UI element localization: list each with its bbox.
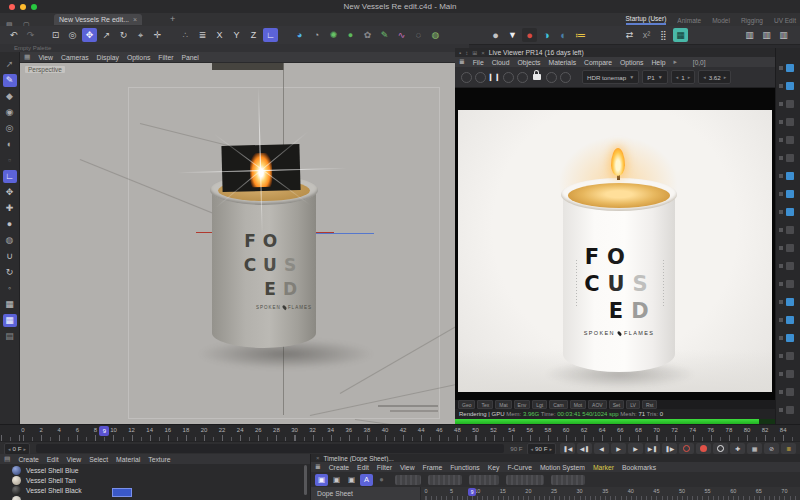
decrement-icon[interactable]: ◂: [531, 446, 534, 452]
maximize-window-button[interactable]: [31, 4, 37, 10]
redo-icon[interactable]: ↷: [23, 28, 38, 42]
arrow-tool-icon[interactable]: ➚: [3, 58, 17, 71]
object-manager-row[interactable]: [779, 334, 794, 342]
pass-chip-tex[interactable]: Tex: [477, 400, 493, 409]
object-gray-icon[interactable]: [786, 406, 794, 414]
layout-tab-model[interactable]: Model: [712, 17, 730, 24]
texture-mode-icon[interactable]: ◉: [3, 106, 17, 119]
object-manager-row[interactable]: [779, 154, 794, 162]
object-gray-icon[interactable]: [786, 226, 794, 234]
render-option-button[interactable]: [560, 72, 571, 83]
go-to-end-button[interactable]: ❚▶: [662, 443, 677, 454]
add-key-button[interactable]: ✚: [730, 443, 745, 454]
render-view-icon[interactable]: ●: [488, 28, 503, 42]
box-select-icon[interactable]: ⊡: [48, 28, 63, 42]
object-gray-icon[interactable]: [786, 262, 794, 270]
object-manager-row[interactable]: [779, 100, 794, 108]
menu-more-icon[interactable]: ▸: [673, 58, 676, 66]
object-manager-row[interactable]: [779, 388, 794, 396]
list-icon[interactable]: ▤: [3, 330, 17, 343]
menu-item-texture[interactable]: Texture: [148, 456, 170, 463]
menu-item-help[interactable]: Help: [651, 59, 665, 66]
render-settings-icon[interactable]: ◑: [539, 28, 554, 42]
object-manager-row[interactable]: [779, 172, 794, 180]
viewport-camera-label[interactable]: Perspective: [25, 66, 65, 73]
increment-icon[interactable]: ▸: [724, 74, 727, 80]
summary-icon[interactable]: ▣: [315, 474, 328, 486]
lock-resolution-button[interactable]: [533, 74, 541, 80]
xpresso-icon[interactable]: x²: [639, 28, 654, 42]
material-row[interactable]: [0, 495, 300, 500]
material-row[interactable]: Vessel Shell Tan: [0, 475, 300, 485]
material-scrollbar[interactable]: [304, 465, 307, 495]
prev-key-button[interactable]: ◀❚: [577, 443, 592, 454]
prev-frame-button[interactable]: ◀: [594, 443, 609, 454]
menu-item-marker[interactable]: Marker: [593, 464, 614, 471]
dots-grid-icon[interactable]: ⣿: [656, 28, 671, 42]
workplane-icon[interactable]: ∟: [263, 28, 278, 42]
play-button[interactable]: ▶: [611, 443, 626, 454]
undock-icon[interactable]: ↕: [465, 50, 468, 56]
next-frame-button[interactable]: ▶: [628, 443, 643, 454]
close-window-button[interactable]: [9, 4, 15, 10]
menu-item-edit[interactable]: Edit: [47, 456, 59, 463]
shuffle-icon[interactable]: ⇄: [622, 28, 637, 42]
close-tab-icon[interactable]: ×: [133, 16, 137, 23]
menu-item-file[interactable]: File: [473, 59, 484, 66]
object-mode-icon[interactable]: ◐: [3, 138, 17, 151]
layout-tab-startup-user-[interactable]: Startup (User): [626, 15, 667, 25]
layout-tab-rigging[interactable]: Rigging: [741, 17, 763, 24]
render-view[interactable]: FOCUSED SPOKEN FLAMES: [455, 88, 775, 400]
key-options-icon[interactable]: ≣: [781, 443, 796, 454]
viewport-grid-icon[interactable]: ▦: [24, 53, 30, 61]
dock-icon[interactable]: ▪: [459, 50, 461, 56]
menu-item-frame[interactable]: Frame: [423, 464, 443, 471]
lock-y-axis-button[interactable]: Y: [229, 28, 244, 42]
layout-grid-icon[interactable]: ▦: [673, 28, 688, 42]
pass-chip-set[interactable]: Set: [609, 400, 625, 409]
object-manager-row[interactable]: [779, 370, 794, 378]
object-blue-icon[interactable]: [786, 82, 794, 90]
globe-icon[interactable]: ◕: [292, 28, 307, 42]
menu-item-key[interactable]: Key: [488, 464, 500, 471]
material-row[interactable]: Vessel Shell Black: [0, 485, 300, 495]
object-blue-icon[interactable]: [786, 172, 794, 180]
decrement-icon[interactable]: ◂: [676, 74, 679, 80]
lock-z-axis-button[interactable]: Z: [246, 28, 261, 42]
object-manager-row[interactable]: [779, 226, 794, 234]
layout-tab-uv-edit[interactable]: UV Edit: [774, 17, 796, 24]
edges-mode-icon[interactable]: ✚: [3, 202, 17, 215]
object-manager-row[interactable]: [779, 64, 794, 72]
render-option-button[interactable]: [546, 72, 557, 83]
object-gray-icon[interactable]: [786, 244, 794, 252]
pass-chip-mot[interactable]: Mot: [570, 400, 586, 409]
viewport-canvas[interactable]: FOCUSED SPOKEN FLAMES Perspective: [20, 63, 455, 424]
object-blue-icon[interactable]: [786, 316, 794, 324]
object-manager-row[interactable]: [779, 244, 794, 252]
pass-chip-cam[interactable]: Cam: [549, 400, 568, 409]
object-blue-icon[interactable]: [786, 64, 794, 72]
range-start-field[interactable]: ◂ 0 F ▸: [4, 443, 30, 455]
menu-item-bookmarks[interactable]: Bookmarks: [622, 464, 656, 471]
pen-tool-icon[interactable]: ✎: [3, 74, 17, 87]
lock-x-axis-button[interactable]: X: [212, 28, 227, 42]
close-panel-icon[interactable]: ×: [481, 50, 485, 56]
render-team-icon[interactable]: ◐: [556, 28, 571, 42]
no-key-icon[interactable]: ⊘: [764, 443, 779, 454]
mograph-icon[interactable]: ◍: [428, 28, 443, 42]
link-icon[interactable]: ●: [375, 474, 388, 486]
fcurve-icon[interactable]: ▣: [345, 474, 358, 486]
menu-item-functions[interactable]: Functions: [450, 464, 479, 471]
increment-icon[interactable]: ▸: [23, 446, 26, 452]
snap-icon[interactable]: ∴: [178, 28, 193, 42]
menu-item-materials[interactable]: Materials: [548, 59, 576, 66]
film-strip-icon[interactable]: ▥: [742, 28, 757, 42]
object-blue-icon[interactable]: [786, 298, 794, 306]
document-tab[interactable]: New Vessels Re edit... ×: [54, 14, 142, 25]
menu-item-edit[interactable]: Edit: [357, 464, 369, 471]
last-tool-icon[interactable]: ✛: [150, 28, 165, 42]
timeline-ruler[interactable]: 0246810121416182022242628303234363840424…: [0, 424, 800, 442]
keyframe-button[interactable]: [713, 443, 728, 454]
range-slider[interactable]: [36, 444, 504, 453]
dope-sheet-tab-title[interactable]: Timeline (Dope Sheet)...: [324, 455, 394, 462]
